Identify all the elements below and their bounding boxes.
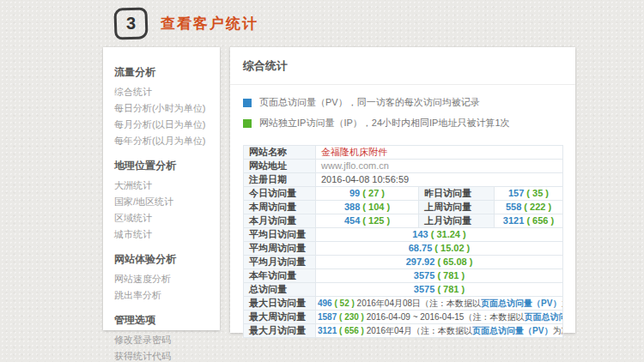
- table-row: 最大月访问量3121 ( 656 ) 2016年04月（注：本数据以页面总访问量…: [244, 324, 563, 338]
- stat-value-cell: 388 ( 104 ): [316, 201, 419, 214]
- pv-value: 496: [318, 299, 332, 308]
- stat-note-link: 页面总访问量（PV）: [472, 326, 552, 335]
- pv-value: 1587: [318, 312, 337, 322]
- stat-note: （注：本数据以: [412, 326, 472, 335]
- pv-value: 3575: [414, 270, 434, 281]
- legend-text: 页面总访问量（PV），同一访客的每次访问均被记录: [259, 96, 480, 109]
- stat-label-cell: 昨日访问量: [419, 187, 495, 201]
- sidebar-item[interactable]: 每月分析(以日为单位): [114, 120, 211, 130]
- stat-value-cell: 454 ( 125 ): [316, 214, 419, 228]
- stat-value-cell: 68.75 ( 15.02 ): [316, 242, 563, 256]
- stat-value-cell: 金福隆机床附件: [316, 146, 563, 160]
- pv-value: 3121: [503, 215, 524, 226]
- sidebar: 流量分析综合统计每日分析(小时为单位)每月分析(以日为单位)每年分析(以月为单位…: [103, 47, 220, 330]
- sidebar-item[interactable]: 国家/地区统计: [114, 197, 211, 207]
- main-panel: 综合统计 页面总访问量（PV），同一访客的每次访问均被记录网站独立IP访问量（I…: [230, 47, 575, 333]
- stat-value-cell: 2016-04-08 10:56:59: [316, 173, 563, 187]
- pv-value: 3121: [318, 326, 337, 335]
- legend-item: 网站独立IP访问量（IP），24小时内相同IP地址只被计算1次: [243, 117, 562, 130]
- table-row: 最大周访问量1587 ( 230 ) 2016-04-09 ~ 2016-04-…: [244, 311, 563, 324]
- sidebar-item[interactable]: 大洲统计: [114, 181, 211, 190]
- table-row: 本周访问量388 ( 104 )上周访问量558 ( 222 ): [244, 201, 563, 214]
- ip-legend-square: [243, 119, 252, 128]
- stat-period: 2016年04月08日: [357, 299, 422, 308]
- ip-value: ( 15.02 ): [434, 243, 470, 253]
- pv-legend-square: [243, 99, 252, 107]
- stat-value-cell: 558 ( 222 ): [495, 201, 563, 214]
- pv-value: 3575: [414, 284, 434, 294]
- stat-value-cell: 3575 ( 781 ): [316, 269, 563, 283]
- ip-value: ( 65.08 ): [437, 256, 472, 267]
- table-row: 注册日期2016-04-08 10:56:59: [244, 173, 563, 187]
- table-row: 网站地址www.jflo.com.cn: [244, 160, 563, 173]
- stat-label-cell: 最大日访问量: [244, 297, 316, 311]
- ip-value: ( 656 ): [526, 215, 554, 226]
- sidebar-item[interactable]: 跳出率分析: [114, 291, 211, 300]
- table-row: 今日访问量99 ( 27 )昨日访问量157 ( 35 ): [244, 187, 563, 201]
- ip-value: ( 222 ): [524, 202, 551, 212]
- legend: 页面总访问量（PV），同一访客的每次访问均被记录网站独立IP访问量（IP），24…: [230, 85, 575, 142]
- pv-value: 388: [344, 202, 360, 212]
- ip-value: ( 52 ): [334, 299, 354, 308]
- sidebar-item[interactable]: 每日分析(小时为单位): [114, 104, 211, 113]
- table-row: 平均月访问量297.92 ( 65.08 ): [244, 256, 563, 269]
- table-row: 网站名称金福隆机床附件: [244, 146, 563, 160]
- table-row: 平均日访问量143 ( 31.24 ): [244, 228, 563, 242]
- stat-label-cell: 最大月访问量: [244, 324, 316, 338]
- stat-label-cell: 本年访问量: [244, 269, 316, 283]
- panel-title: 综合统计: [230, 47, 575, 85]
- stat-value: 2016-04-08 10:56:59: [321, 174, 409, 184]
- stat-label-cell: 平均月访问量: [244, 256, 316, 269]
- stat-label-cell: 注册日期: [244, 173, 316, 187]
- pv-value: 558: [506, 202, 521, 212]
- sidebar-item[interactable]: 修改登录密码: [114, 335, 211, 345]
- sidebar-item[interactable]: 每年分析(以月为单位): [114, 136, 211, 146]
- stat-value: 金福隆机床附件: [321, 147, 387, 157]
- ip-value: ( 781 ): [437, 270, 465, 281]
- sidebar-item[interactable]: 获得统计代码: [114, 352, 211, 361]
- pv-value: 157: [508, 188, 524, 198]
- sidebar-section-header: 管理选项: [114, 313, 211, 328]
- stat-label-cell: 网站地址: [244, 160, 316, 173]
- stat-label-cell: 平均周访问量: [244, 242, 316, 256]
- stat-value-cell: 297.92 ( 65.08 ): [316, 256, 563, 269]
- stat-period: 2016年04月: [367, 326, 412, 335]
- legend-text: 网站独立IP访问量（IP），24小时内相同IP地址只被计算1次: [259, 117, 510, 130]
- pv-value: 99: [349, 188, 360, 198]
- stat-value-cell: 496 ( 52 ) 2016年04月08日（注：本数据以页面总访问量（PV）为…: [316, 297, 563, 311]
- table-row: 本月访问量454 ( 125 )上月访问量3121 ( 656 ): [244, 214, 563, 228]
- table-row: 最大日访问量496 ( 52 ) 2016年04月08日（注：本数据以页面总访问…: [244, 297, 563, 311]
- stat-period: 2016-04-09 ~ 2016-04-15: [367, 312, 465, 322]
- stat-label-cell: 今日访问量: [244, 187, 316, 201]
- stat-value-cell: 143 ( 31.24 ): [316, 228, 563, 242]
- sidebar-item[interactable]: 城市统计: [114, 230, 211, 239]
- ip-value: ( 781 ): [437, 284, 465, 294]
- stat-label-cell: 上月访问量: [419, 214, 495, 228]
- page-title: 查看客户统计: [161, 14, 258, 33]
- stat-note: （注：本数据以: [464, 312, 524, 322]
- pv-value: 143: [412, 229, 428, 239]
- ip-value: ( 104 ): [362, 202, 390, 212]
- stat-value-cell: 1587 ( 230 ) 2016-04-09 ~ 2016-04-15（注：本…: [316, 311, 563, 324]
- table-row: 总访问量3575 ( 781 ): [244, 283, 563, 297]
- stat-label-cell: 最大周访问量: [244, 311, 316, 324]
- sidebar-item[interactable]: 区域统计: [114, 214, 211, 223]
- stats-table: 网站名称金福隆机床附件网站地址www.jflo.com.cn注册日期2016-0…: [243, 145, 563, 338]
- stat-value-cell: 3575 ( 781 ): [316, 283, 563, 297]
- stat-label-cell: 上周访问量: [419, 201, 495, 214]
- stat-value-cell: 157 ( 35 ): [495, 187, 563, 201]
- stat-note: 为准）: [552, 326, 562, 335]
- sidebar-nav: 流量分析综合统计每日分析(小时为单位)每月分析(以日为单位)每年分析(以月为单位…: [114, 65, 211, 362]
- ip-value: ( 31.24 ): [431, 229, 466, 239]
- sidebar-item[interactable]: 综合统计: [114, 87, 211, 97]
- stat-label-cell: 总访问量: [244, 283, 316, 297]
- table-row: 本年访问量3575 ( 781 ): [244, 269, 563, 283]
- stat-note-link: 页面总访问量（PV）: [481, 299, 561, 308]
- stat-value: www.jflo.com.cn: [321, 160, 389, 171]
- sidebar-item[interactable]: 网站速度分析: [114, 275, 211, 284]
- stat-value-cell: www.jflo.com.cn: [316, 160, 563, 173]
- stat-label-cell: 平均日访问量: [244, 228, 316, 242]
- ip-value: ( 125 ): [362, 215, 390, 226]
- sidebar-section-header: 流量分析: [114, 65, 211, 80]
- table-row: 平均周访问量68.75 ( 15.02 ): [244, 242, 563, 256]
